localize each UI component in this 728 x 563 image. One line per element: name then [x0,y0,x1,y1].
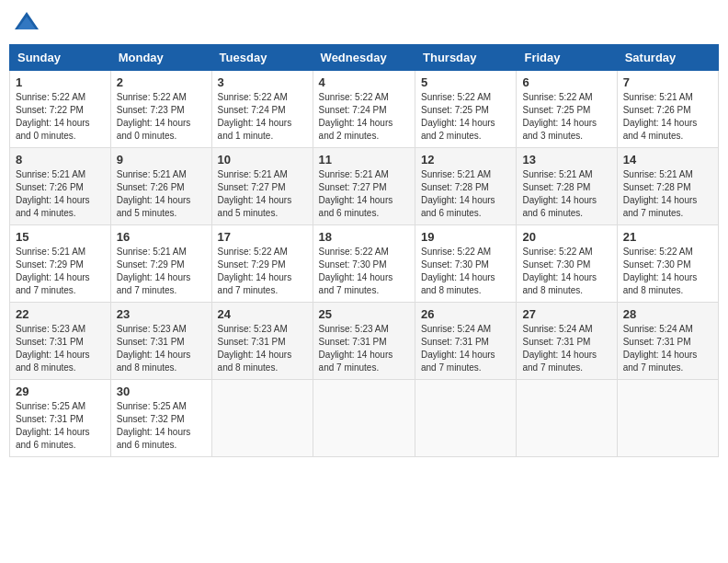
cell-line: Sunrise: 5:23 AM [319,324,389,334]
cell-line: Sunrise: 5:21 AM [319,169,389,179]
cell-line: and 2 minutes. [319,131,380,141]
cell-line: Sunset: 7:31 PM [16,414,84,424]
calendar-cell: 27Sunrise: 5:24 AMSunset: 7:31 PMDayligh… [517,303,617,380]
calendar-cell: 5Sunrise: 5:22 AMSunset: 7:25 PMDaylight… [415,71,517,148]
day-number: 29 [16,385,105,398]
cell-content: Sunrise: 5:22 AMSunset: 7:24 PMDaylight:… [218,91,307,143]
cell-content: Sunrise: 5:22 AMSunset: 7:22 PMDaylight:… [16,91,105,143]
cell-line: Sunset: 7:24 PM [218,105,286,115]
cell-content: Sunrise: 5:23 AMSunset: 7:31 PMDaylight:… [319,323,409,374]
cell-line: Sunrise: 5:23 AM [117,324,187,334]
cell-line: Sunrise: 5:23 AM [218,324,288,334]
cell-line: and 8 minutes. [522,285,583,295]
day-number: 24 [218,307,307,321]
calendar-cell: 21Sunrise: 5:22 AMSunset: 7:30 PMDayligh… [617,225,718,303]
cell-line: Daylight: 14 hours [319,118,393,128]
cell-line: and 6 minutes. [319,208,380,218]
cell-line: Daylight: 14 hours [218,195,292,205]
cell-line: Sunrise: 5:24 AM [522,324,592,334]
cell-line: Sunset: 7:23 PM [117,105,185,115]
cell-line: and 8 minutes. [218,362,279,373]
cell-line: and 8 minutes. [623,285,684,295]
cell-content: Sunrise: 5:22 AMSunset: 7:24 PMDaylight:… [319,91,409,143]
cell-line: Daylight: 14 hours [117,195,191,205]
cell-line: Sunrise: 5:21 AM [623,92,693,102]
cell-line: and 6 minutes. [522,208,583,218]
cell-line: Daylight: 14 hours [421,350,495,360]
cell-content: Sunrise: 5:21 AMSunset: 7:26 PMDaylight:… [623,91,712,143]
cell-line: Sunrise: 5:22 AM [319,247,389,257]
day-number: 8 [16,153,105,167]
day-number: 25 [319,307,409,321]
col-thursday: Thursday [415,45,517,71]
cell-line: Daylight: 14 hours [623,350,698,360]
day-number: 21 [623,230,712,244]
cell-line: and 0 minutes. [117,131,177,141]
cell-line: Sunrise: 5:23 AM [16,324,85,334]
day-number: 13 [522,153,610,167]
cell-line: Sunrise: 5:21 AM [16,169,85,179]
page-header [9,9,719,37]
calendar-week-1: 1Sunrise: 5:22 AMSunset: 7:22 PMDaylight… [10,71,719,148]
cell-line: Sunset: 7:31 PM [421,337,489,347]
cell-line: Daylight: 14 hours [319,272,393,282]
cell-line: Sunrise: 5:21 AM [117,247,187,257]
day-number: 27 [522,307,610,321]
cell-line: Sunrise: 5:22 AM [421,247,491,257]
cell-line: and 8 minutes. [16,362,76,373]
day-number: 9 [117,153,206,167]
col-tuesday: Tuesday [211,45,313,71]
cell-line: and 6 minutes. [16,440,76,450]
cell-content: Sunrise: 5:21 AMSunset: 7:29 PMDaylight:… [117,246,206,297]
cell-line: Daylight: 14 hours [421,195,495,205]
col-friday: Friday [517,45,617,71]
cell-line: Sunset: 7:28 PM [421,182,489,192]
cell-content: Sunrise: 5:22 AMSunset: 7:30 PMDaylight:… [522,246,610,297]
cell-content: Sunrise: 5:23 AMSunset: 7:31 PMDaylight:… [117,323,206,374]
cell-content: Sunrise: 5:24 AMSunset: 7:31 PMDaylight:… [421,323,510,374]
cell-line: Sunset: 7:29 PM [117,259,185,270]
cell-line: and 5 minutes. [218,208,279,218]
calendar-cell: 11Sunrise: 5:21 AMSunset: 7:27 PMDayligh… [313,148,415,225]
cell-content: Sunrise: 5:25 AMSunset: 7:31 PMDaylight:… [16,400,105,452]
cell-line: Sunset: 7:31 PM [522,337,590,347]
cell-content: Sunrise: 5:24 AMSunset: 7:31 PMDaylight:… [623,323,712,374]
calendar-cell: 16Sunrise: 5:21 AMSunset: 7:29 PMDayligh… [110,225,211,303]
calendar-cell [517,380,617,457]
calendar-cell: 18Sunrise: 5:22 AMSunset: 7:30 PMDayligh… [313,225,415,303]
cell-line: Sunset: 7:31 PM [117,337,185,347]
calendar-cell: 26Sunrise: 5:24 AMSunset: 7:31 PMDayligh… [415,303,517,380]
calendar-cell [617,380,718,457]
cell-content: Sunrise: 5:21 AMSunset: 7:28 PMDaylight:… [522,168,610,220]
day-number: 3 [218,75,307,89]
cell-line: and 1 minute. [218,131,274,141]
calendar-cell: 19Sunrise: 5:22 AMSunset: 7:30 PMDayligh… [415,225,517,303]
day-number: 23 [117,307,206,321]
calendar-cell [211,380,313,457]
day-number: 11 [319,153,409,167]
cell-line: Sunset: 7:31 PM [218,337,286,347]
calendar-cell: 14Sunrise: 5:21 AMSunset: 7:28 PMDayligh… [617,148,718,225]
calendar-cell: 28Sunrise: 5:24 AMSunset: 7:31 PMDayligh… [617,303,718,380]
calendar-cell: 10Sunrise: 5:21 AMSunset: 7:27 PMDayligh… [211,148,313,225]
cell-line: and 6 minutes. [421,208,482,218]
cell-content: Sunrise: 5:22 AMSunset: 7:30 PMDaylight:… [623,246,712,297]
cell-line: Sunrise: 5:24 AM [623,324,693,334]
cell-line: Sunset: 7:32 PM [117,414,185,424]
cell-line: Daylight: 14 hours [623,272,698,282]
cell-line: Daylight: 14 hours [522,195,597,205]
cell-content: Sunrise: 5:21 AMSunset: 7:27 PMDaylight:… [218,168,307,220]
calendar-cell [313,380,415,457]
cell-line: and 8 minutes. [117,362,177,373]
cell-line: Daylight: 14 hours [218,350,292,360]
cell-line: and 7 minutes. [421,362,482,373]
cell-line: and 7 minutes. [218,285,279,295]
cell-line: Sunrise: 5:22 AM [623,247,693,257]
day-number: 18 [319,230,409,244]
calendar-cell: 23Sunrise: 5:23 AMSunset: 7:31 PMDayligh… [110,303,211,380]
cell-content: Sunrise: 5:22 AMSunset: 7:30 PMDaylight:… [421,246,510,297]
cell-line: Sunrise: 5:21 AM [117,169,187,179]
cell-line: Sunrise: 5:24 AM [421,324,491,334]
cell-line: Daylight: 14 hours [16,350,90,360]
cell-line: Sunset: 7:28 PM [623,182,691,192]
